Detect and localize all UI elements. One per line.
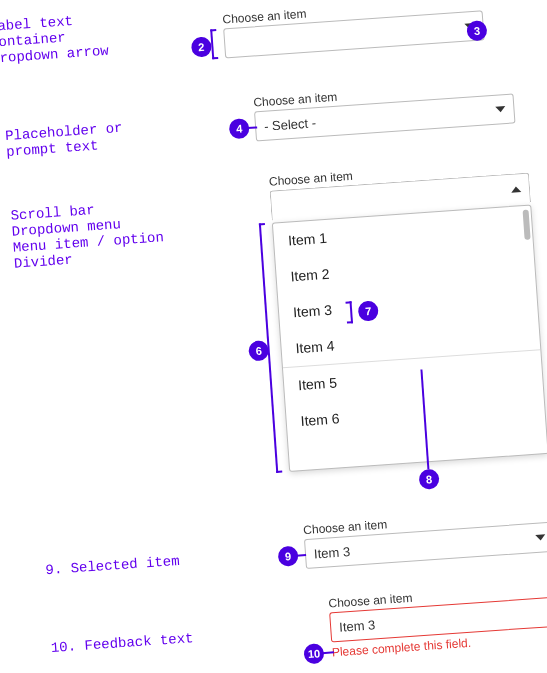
legend-block-1: abel text ontainer ropdown arrow bbox=[0, 11, 109, 67]
select-value: Item 3 bbox=[313, 543, 350, 560]
badge-4: 4 bbox=[229, 118, 250, 139]
select-empty-section: Choose an item bbox=[222, 0, 485, 58]
dropdown-menu: Item 1 Item 2 Item 3 Item 4 Item 5 Item … bbox=[272, 204, 547, 472]
badge-2: 2 bbox=[191, 36, 212, 57]
chevron-down-icon bbox=[535, 534, 545, 541]
legend-selected-item: 9. Selected item bbox=[45, 553, 180, 578]
badge-6: 6 bbox=[248, 340, 269, 361]
select-placeholder-section: Choose an item - Select - bbox=[253, 77, 516, 141]
select-selected-section: Choose an item Item 3 bbox=[303, 506, 547, 569]
legend-feedback-text: 10. Feedback text bbox=[50, 630, 194, 656]
badge-8: 8 bbox=[418, 469, 439, 490]
select-error-section: Choose an item Item 3 Please complete th… bbox=[328, 581, 547, 660]
chevron-down-icon bbox=[495, 106, 505, 113]
badge-10: 10 bbox=[303, 643, 324, 664]
bracket-2-icon bbox=[210, 29, 218, 59]
chevron-up-icon bbox=[511, 186, 521, 193]
badge-9: 9 bbox=[277, 546, 298, 567]
legend-block-3: Scroll bar Dropdown menu Menu item / opt… bbox=[10, 197, 165, 271]
legend-block-2: Placeholder or prompt text bbox=[5, 120, 125, 160]
select-value: - Select - bbox=[264, 115, 317, 134]
select-expanded-section: Choose an item Item 1 Item 2 Item 3 Item… bbox=[268, 157, 547, 472]
select-value: Item 3 bbox=[339, 617, 376, 634]
